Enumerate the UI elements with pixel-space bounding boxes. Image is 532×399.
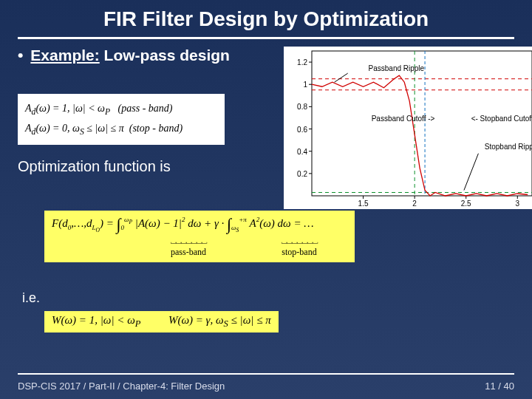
equation-cost-function: F(d0,…,dLO) = ∫0ωP |A(ω) − 1|2 dω + γ · … — [44, 211, 355, 262]
divider-bottom — [18, 373, 514, 375]
footer-page: 11 / 40 — [485, 381, 514, 392]
bullet-rest: Low-pass design — [100, 47, 230, 64]
plot-svg: 0.20.40.60.811.21.522.53Passband RippleP… — [284, 47, 532, 209]
content-area: • Example: Low-pass design Ad(ω) = 1, |ω… — [0, 47, 532, 357]
footer-left: DSP-CIS 2017 / Part-II / Chapter-4: Filt… — [18, 381, 225, 392]
eq1-row2: Ad(ω) = 0, ωS ≤ |ω| ≤ π (stop - band) — [25, 120, 217, 140]
svg-text:2.5: 2.5 — [461, 200, 471, 208]
svg-text:Passband Ripple: Passband Ripple — [369, 64, 425, 72]
svg-text:0.8: 0.8 — [297, 103, 307, 111]
svg-text:3: 3 — [516, 200, 520, 208]
equation-weighting: W(ω) = 1, |ω| < ωP W(ω) = γ, ωS ≤ |ω| ≤ … — [44, 311, 279, 332]
svg-text:1.5: 1.5 — [358, 200, 369, 208]
bullet-lead: Example: — [30, 47, 99, 64]
eq2-label-stopband: stop-band — [282, 247, 316, 257]
svg-text:2: 2 — [412, 200, 417, 208]
filter-response-plot: 0.20.40.60.811.21.522.53Passband RippleP… — [284, 47, 532, 209]
svg-line-30 — [335, 73, 348, 82]
svg-text:Stopband Ripple: Stopband Ripple — [485, 143, 532, 151]
footer: DSP-CIS 2017 / Part-II / Chapter-4: Filt… — [0, 369, 532, 399]
text-ie: i.e. — [22, 290, 40, 306]
divider-top — [18, 37, 514, 39]
svg-text:0.6: 0.6 — [297, 126, 307, 134]
svg-text:1.2: 1.2 — [297, 58, 307, 66]
svg-text:0.4: 0.4 — [297, 148, 307, 156]
svg-line-31 — [464, 154, 478, 191]
svg-rect-0 — [312, 51, 532, 196]
eq1-row1: Ad(ω) = 1, |ω| < ωP (pass - band) — [25, 100, 217, 120]
svg-text:<- Stopband Cutoff: <- Stopband Cutoff — [471, 115, 532, 123]
svg-text:1: 1 — [303, 81, 307, 89]
svg-text:0.2: 0.2 — [297, 170, 307, 178]
eq2-main: F(d0,…,dLO) = ∫0ωP |A(ω) − 1|2 dω + γ · … — [52, 215, 347, 234]
eq2-label-passband: pass-band — [171, 247, 206, 257]
equation-desired-response: Ad(ω) = 1, |ω| < ωP (pass - band) Ad(ω) … — [18, 94, 225, 145]
svg-text:Passband Cutoff ->: Passband Cutoff -> — [372, 115, 435, 123]
page-title: FIR Filter Design by Optimization — [0, 0, 532, 37]
bullet-dot: • — [18, 47, 23, 64]
